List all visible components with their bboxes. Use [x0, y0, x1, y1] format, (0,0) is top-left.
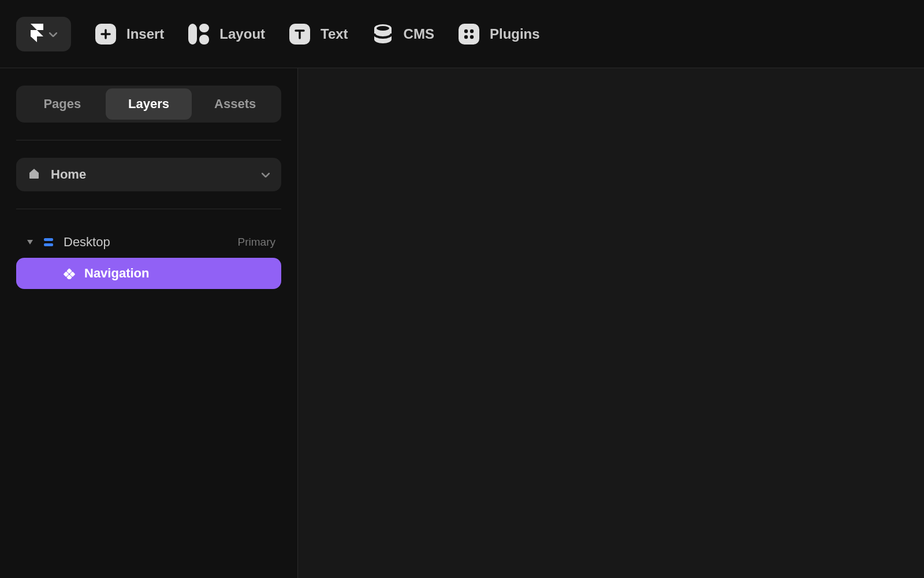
chevron-down-icon	[49, 29, 57, 39]
svg-rect-0	[188, 24, 197, 45]
component-icon	[64, 268, 75, 279]
chevron-down-icon	[262, 169, 270, 180]
disclosure-triangle-icon[interactable]	[27, 239, 33, 246]
svg-point-6	[464, 29, 468, 32]
cms-button[interactable]: CMS	[372, 24, 434, 45]
svg-rect-10	[44, 238, 53, 241]
main: Pages Layers Assets Home	[0, 68, 924, 578]
tab-layers[interactable]: Layers	[106, 88, 192, 120]
sidebar: Pages Layers Assets Home	[0, 68, 298, 578]
plus-icon	[95, 24, 116, 45]
toolbar: Insert Layout Text	[0, 0, 924, 68]
insert-label: Insert	[126, 26, 164, 42]
sidebar-tabs: Pages Layers Assets	[16, 86, 281, 123]
svg-rect-11	[44, 243, 53, 246]
insert-button[interactable]: Insert	[95, 24, 164, 45]
layout-icon	[188, 24, 209, 45]
plugins-icon	[459, 24, 479, 45]
svg-point-9	[470, 35, 474, 38]
canvas[interactable]	[298, 68, 924, 578]
divider	[16, 209, 281, 209]
tab-pages[interactable]: Pages	[19, 88, 106, 120]
database-icon	[372, 24, 393, 45]
text-button[interactable]: Text	[289, 24, 348, 45]
home-icon	[28, 167, 40, 182]
svg-point-5	[377, 26, 389, 31]
breakpoint-icon	[43, 236, 54, 248]
text-icon	[289, 24, 310, 45]
framer-logo-icon	[31, 24, 43, 45]
svg-point-7	[470, 29, 474, 32]
layer-badge: Primary	[238, 236, 275, 249]
svg-rect-2	[199, 35, 209, 45]
layer-item-navigation[interactable]: Navigation	[16, 258, 281, 289]
layout-button[interactable]: Layout	[188, 24, 265, 45]
tab-assets[interactable]: Assets	[192, 88, 278, 120]
plugins-button[interactable]: Plugins	[459, 24, 540, 45]
page-selector[interactable]: Home	[16, 158, 281, 191]
page-selector-label: Home	[51, 167, 251, 182]
app-menu-button[interactable]	[16, 17, 71, 51]
layer-label: Desktop	[64, 235, 110, 250]
layer-label: Navigation	[84, 266, 149, 281]
text-label: Text	[321, 26, 348, 42]
layer-item-desktop[interactable]: Desktop Primary	[16, 227, 281, 258]
svg-rect-1	[199, 24, 209, 32]
svg-point-8	[464, 35, 468, 38]
divider	[16, 140, 281, 140]
plugins-label: Plugins	[490, 26, 540, 42]
cms-label: CMS	[404, 26, 434, 42]
layout-label: Layout	[219, 26, 265, 42]
